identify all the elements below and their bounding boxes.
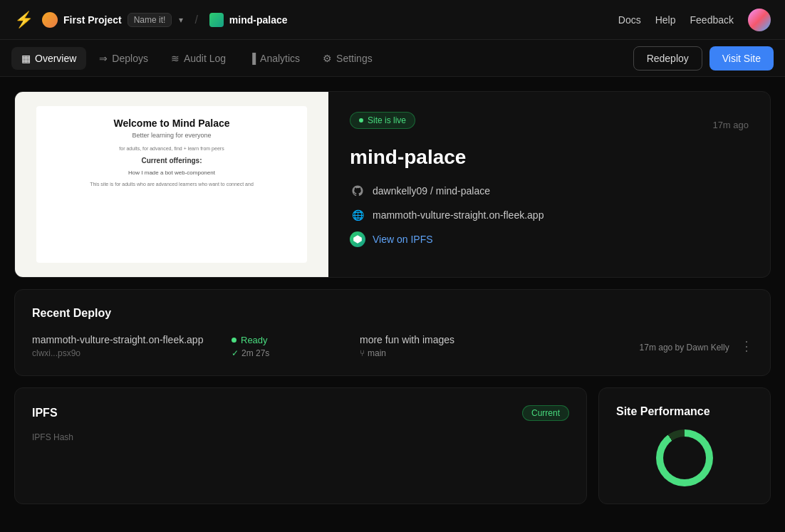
tab-audit-log[interactable]: ≋ Audit Log <box>161 47 236 70</box>
ipfs-card-header: IPFS Current <box>32 405 569 421</box>
bottom-row: IPFS Current IPFS Hash Site Performance <box>14 387 771 504</box>
project-name: First Project <box>63 14 122 26</box>
overview-card: Welcome to Mind Palace Better learning f… <box>14 91 771 278</box>
performance-card: Site Performance <box>598 387 771 504</box>
deploy-site-info: mammoth-vulture-straight.on-fleek.app cl… <box>32 334 232 358</box>
name-it-button[interactable]: Name it! <box>128 13 172 27</box>
tab-settings-label: Settings <box>336 53 373 64</box>
deploy-duration-text: 2m 27s <box>241 348 269 358</box>
audit-log-icon: ≋ <box>171 53 180 64</box>
current-badge: Current <box>522 405 569 421</box>
deploy-status-info: Ready ✓ 2m 27s <box>232 335 360 358</box>
preview-title: Welcome to Mind Palace <box>48 118 296 129</box>
project-icon <box>42 12 58 28</box>
preview-item: How I made a bot web-component <box>48 169 296 177</box>
docs-link[interactable]: Docs <box>618 14 641 26</box>
deploy-row: mammoth-vulture-straight.on-fleek.app cl… <box>32 334 753 358</box>
site-preview: Welcome to Mind Palace Better learning f… <box>15 92 328 277</box>
ipfs-icon <box>350 231 365 247</box>
help-link[interactable]: Help <box>655 14 676 26</box>
app-logo: ⚡ <box>14 11 33 29</box>
deploy-more-button[interactable]: ⋮ <box>740 339 753 353</box>
domain-row: 🌐 mammoth-vulture-straight.on-fleek.app <box>350 207 749 223</box>
preview-section: Current offerings: <box>48 157 296 165</box>
feedback-link[interactable]: Feedback <box>690 14 734 26</box>
site-icon <box>209 13 224 27</box>
tab-analytics[interactable]: ▐ Analytics <box>239 47 310 70</box>
ipfs-link[interactable]: View on IPFS <box>350 231 749 247</box>
preview-detail: This site is for adults who are advanced… <box>48 181 296 187</box>
deploys-icon: ⇒ <box>99 53 108 64</box>
status-badge: Site is live <box>350 112 415 129</box>
status-label: Site is live <box>368 115 406 125</box>
tab-deploys[interactable]: ⇒ Deploys <box>89 47 158 70</box>
project-selector[interactable]: First Project Name it! ▾ <box>42 12 183 28</box>
deploy-duration: ✓ 2m 27s <box>232 348 360 358</box>
deploy-commit-info: more fun with images ⑂ main <box>360 334 610 358</box>
deploy-status-badge: Ready <box>232 335 360 345</box>
redeploy-button[interactable]: Redeploy <box>633 46 702 71</box>
deploy-meta: 17m ago by Dawn Kelly ⋮ <box>610 338 753 354</box>
recent-deploy-title: Recent Deploy <box>32 307 753 320</box>
performance-gauge <box>656 429 713 486</box>
branch-icon: ⑂ <box>360 348 365 358</box>
user-avatar[interactable] <box>748 9 771 31</box>
status-dot <box>359 118 363 122</box>
domain-text: mammoth-vulture-straight.on-fleek.app <box>373 209 544 221</box>
settings-icon: ⚙ <box>323 53 332 64</box>
top-navigation: ⚡ First Project Name it! ▾ / mind-palace… <box>0 0 785 40</box>
tab-settings[interactable]: ⚙ Settings <box>313 47 383 70</box>
repo-name: dawnkelly09 / mind-palace <box>373 185 490 197</box>
subnav-actions: Redeploy Visit Site <box>633 46 774 71</box>
main-content: Welcome to Mind Palace Better learning f… <box>0 77 785 518</box>
ready-dot <box>232 338 236 343</box>
tab-deploys-label: Deploys <box>112 53 148 64</box>
ipfs-card: IPFS Current IPFS Hash <box>14 387 587 504</box>
chevron-down-icon: ▾ <box>179 15 183 25</box>
deploy-branch: ⑂ main <box>360 348 610 358</box>
deploy-url: mammoth-vulture-straight.on-fleek.app <box>32 334 232 345</box>
status-row: Site is live 17m ago <box>350 112 749 137</box>
repo-row: dawnkelly09 / mind-palace <box>350 183 749 199</box>
site-selector[interactable]: mind-palace <box>209 13 288 27</box>
site-name: mind-palace <box>229 14 288 26</box>
tab-audit-log-label: Audit Log <box>184 53 226 64</box>
performance-gauge-inner <box>663 437 706 479</box>
recent-deploy-card: Recent Deploy mammoth-vulture-straight.o… <box>14 289 771 376</box>
tab-analytics-label: Analytics <box>260 53 300 64</box>
deploy-time-ago: 17m ago by Dawn Kelly <box>640 343 729 353</box>
svg-marker-0 <box>353 235 362 244</box>
deploy-hash: clwxi...psx9o <box>32 348 232 358</box>
deploy-commit-message: more fun with images <box>360 334 610 345</box>
breadcrumb-separator: / <box>194 14 197 26</box>
preview-frame: Welcome to Mind Palace Better learning f… <box>36 106 307 263</box>
ipfs-card-title: IPFS <box>32 407 58 419</box>
overview-icon: ▦ <box>21 53 31 64</box>
tab-overview-label: Overview <box>35 53 76 64</box>
preview-subtitle: Better learning for everyone <box>48 132 296 139</box>
topnav-actions: Docs Help Feedback <box>618 9 771 31</box>
analytics-icon: ▐ <box>249 53 256 64</box>
deploy-status-label: Ready <box>241 335 268 345</box>
performance-title: Site Performance <box>616 405 710 418</box>
site-title: mind-palace <box>350 146 749 169</box>
sub-navigation: ▦ Overview ⇒ Deploys ≋ Audit Log ▐ Analy… <box>0 40 785 77</box>
site-timestamp: 17m ago <box>712 120 749 130</box>
preview-body: for adults, for advanced, find + learn f… <box>48 146 296 151</box>
github-icon <box>350 183 365 199</box>
site-info-panel: Site is live 17m ago mind-palace dawnkel… <box>328 92 770 277</box>
ipfs-hash-label: IPFS Hash <box>32 432 569 442</box>
visit-site-button[interactable]: Visit Site <box>709 46 774 71</box>
ipfs-link-label: View on IPFS <box>373 234 433 245</box>
check-icon: ✓ <box>232 348 239 358</box>
tab-overview[interactable]: ▦ Overview <box>11 47 86 70</box>
branch-name: main <box>368 348 386 358</box>
globe-icon: 🌐 <box>350 207 365 223</box>
